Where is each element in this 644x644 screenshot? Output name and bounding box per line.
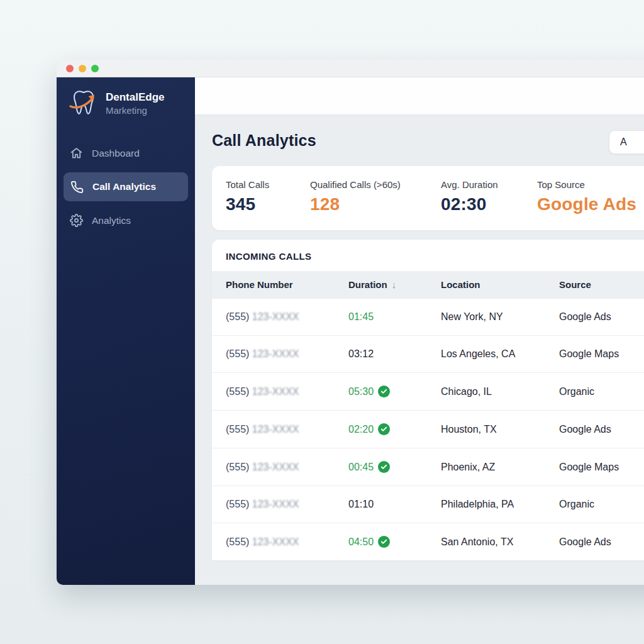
location-cell: Los Angeles, CA: [441, 348, 559, 360]
tooth-logo-icon: [68, 89, 99, 118]
top-bar: [195, 77, 644, 115]
window-titlebar: [57, 60, 644, 77]
table-row[interactable]: (555) 123-XXXX 01:10 Philadelphia, PA Or…: [212, 486, 644, 523]
table-row[interactable]: (555) 123-XXXX 02:20 Houston, TX Google …: [212, 410, 644, 448]
column-header-location[interactable]: Location: [441, 279, 559, 290]
duration-value: 01:10: [348, 499, 374, 510]
duration-value: 04:50: [348, 536, 374, 548]
sidebar-nav: Dashboard Call Analytics: [57, 139, 195, 235]
sort-descending-icon[interactable]: ↓: [392, 279, 397, 290]
location-cell: Philadelphia, PA: [441, 499, 559, 510]
phone-cell: (555) 123-XXXX: [226, 386, 348, 397]
source-cell: Google Ads: [559, 311, 644, 323]
location-cell: San Antonio, TX: [441, 536, 559, 548]
masked-phone: 123-XXXX: [252, 386, 299, 397]
stat-qualified-calls: Qualified Calls (>60s) 128: [310, 179, 441, 214]
stat-value: 02:30: [441, 194, 537, 214]
masked-phone: 123-XXXX: [252, 536, 299, 547]
qualified-badge: [378, 423, 390, 435]
phone-icon: [70, 180, 84, 194]
incoming-calls-card: INCOMING CALLS Phone Number Duration ↓ L…: [212, 240, 644, 560]
table-row[interactable]: (555) 123-XXXX 01:45 New York, NY Google…: [212, 298, 644, 335]
stat-label: Total Calls: [226, 179, 310, 190]
masked-phone: 123-XXXX: [252, 424, 299, 435]
table-row[interactable]: (555) 123-XXXX 05:30 Chicago, IL Organic: [212, 372, 644, 410]
sidebar-item-label: Analytics: [92, 215, 131, 226]
duration-cell: 01:10: [348, 499, 441, 510]
stat-total-calls: Total Calls 345: [226, 179, 310, 214]
source-cell: Google Maps: [559, 462, 644, 473]
sidebar-item-call-analytics[interactable]: Call Analytics: [64, 172, 188, 201]
phone-cell: (555) 123-XXXX: [226, 424, 348, 435]
masked-phone: 123-XXXX: [252, 499, 299, 509]
masked-phone: 123-XXXX: [252, 462, 299, 472]
duration-cell: 00:45: [348, 461, 441, 473]
source-cell: Organic: [559, 499, 644, 510]
source-cell: Google Ads: [559, 424, 644, 435]
column-header-duration[interactable]: Duration ↓: [348, 279, 441, 290]
stat-label: Avg. Duration: [441, 179, 537, 190]
duration-cell: 05:30: [348, 386, 441, 397]
duration-value: 00:45: [348, 462, 374, 473]
location-cell: Phoenix, AZ: [441, 462, 559, 473]
masked-phone: 123-XXXX: [252, 311, 299, 322]
table-header-row: Phone Number Duration ↓ Location Source: [212, 271, 644, 298]
stat-label: Qualified Calls (>60s): [310, 179, 441, 190]
phone-cell: (555) 123-XXXX: [226, 499, 348, 510]
qualified-badge: [378, 461, 390, 473]
zoom-window-button[interactable]: [91, 65, 99, 72]
duration-value: 03:12: [348, 348, 374, 360]
qualified-badge: [378, 386, 390, 397]
duration-cell: 04:50: [348, 536, 441, 548]
stat-value: 345: [226, 194, 310, 214]
duration-cell: 03:12: [348, 348, 441, 360]
stat-label: Top Source: [537, 179, 644, 190]
column-header-phone[interactable]: Phone Number: [226, 279, 348, 290]
table-title: INCOMING CALLS: [212, 240, 644, 271]
close-window-button[interactable]: [66, 65, 74, 72]
sidebar-item-dashboard[interactable]: Dashboard: [57, 139, 195, 167]
brand-subtitle: Marketing: [106, 104, 165, 116]
gear-icon: [70, 214, 83, 227]
stat-avg-duration: Avg. Duration 02:30: [441, 179, 537, 214]
duration-value: 01:45: [348, 311, 374, 323]
location-cell: Houston, TX: [441, 424, 559, 435]
qualified-badge: [378, 536, 390, 548]
masked-phone: 123-XXXX: [252, 348, 299, 359]
location-cell: Chicago, IL: [441, 386, 559, 397]
phone-cell: (555) 123-XXXX: [226, 536, 348, 548]
stat-top-source: Top Source Google Ads: [537, 179, 644, 214]
minimize-window-button[interactable]: [79, 65, 86, 72]
brand-name: DentalEdge: [106, 91, 165, 104]
stats-card: Total Calls 345 Qualified Calls (>60s) 1…: [212, 166, 644, 230]
main-area: Call Analytics A Total Calls 345 Qualifi…: [195, 77, 644, 585]
location-cell: New York, NY: [441, 311, 559, 323]
column-header-source[interactable]: Source: [559, 279, 644, 290]
header-action-button[interactable]: A: [609, 130, 644, 154]
phone-cell: (555) 123-XXXX: [226, 348, 348, 360]
phone-cell: (555) 123-XXXX: [226, 311, 348, 323]
content-area: Call Analytics A Total Calls 345 Qualifi…: [195, 115, 644, 585]
source-cell: Google Ads: [559, 536, 644, 548]
brand: DentalEdge Marketing: [57, 89, 195, 118]
stat-value: Google Ads: [537, 194, 644, 214]
source-cell: Organic: [559, 386, 644, 397]
app-window: DentalEdge Marketing Dashboard: [57, 60, 644, 585]
phone-cell: (555) 123-XXXX: [226, 462, 348, 473]
table-row[interactable]: (555) 123-XXXX 04:50 San Antonio, TX Goo…: [212, 523, 644, 560]
duration-value: 05:30: [348, 386, 374, 397]
duration-cell: 01:45: [348, 311, 441, 323]
home-icon: [70, 147, 83, 160]
sidebar: DentalEdge Marketing Dashboard: [57, 77, 195, 585]
table-row[interactable]: (555) 123-XXXX 00:45 Phoenix, AZ Google …: [212, 448, 644, 486]
duration-value: 02:20: [348, 424, 374, 435]
column-header-duration-label: Duration: [348, 279, 387, 290]
sidebar-item-analytics[interactable]: Analytics: [57, 206, 195, 235]
sidebar-item-label: Call Analytics: [92, 181, 156, 192]
stat-value: 128: [310, 194, 441, 214]
duration-cell: 02:20: [348, 423, 441, 435]
source-cell: Google Maps: [559, 348, 644, 360]
table-row[interactable]: (555) 123-XXXX 03:12 Los Angeles, CA Goo…: [212, 335, 644, 372]
page-title: Call Analytics: [212, 131, 644, 150]
sidebar-item-label: Dashboard: [92, 148, 140, 159]
